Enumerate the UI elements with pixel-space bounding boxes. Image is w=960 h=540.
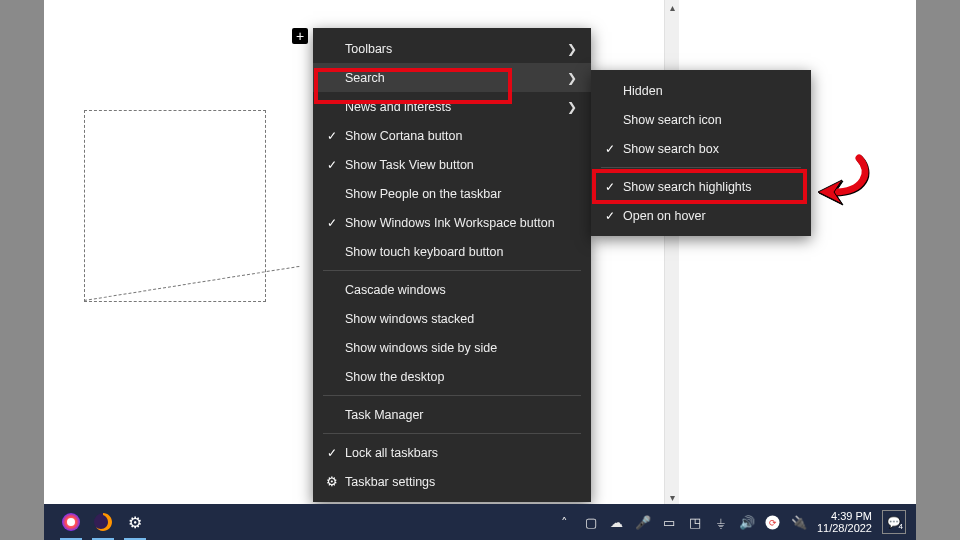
- menu-item-label: News and interests: [341, 100, 567, 114]
- letterbox-left: [0, 0, 44, 540]
- menu-item-label: Show Cortana button: [341, 129, 577, 143]
- check-icon: ✓: [323, 129, 341, 143]
- menu-item-task-manager[interactable]: Task Manager: [313, 400, 591, 429]
- taskbar-app-settings-icon[interactable]: ⚙: [122, 509, 148, 535]
- menu-item-show-the-desktop[interactable]: Show the desktop: [313, 362, 591, 391]
- check-icon: ✓: [323, 446, 341, 460]
- menu-item-news-and-interests[interactable]: News and interests❯: [313, 92, 591, 121]
- taskbar-left: ⚙: [58, 509, 148, 535]
- menu-item-open-on-hover[interactable]: ✓Open on hover: [591, 201, 811, 230]
- check-icon: ✓: [323, 216, 341, 230]
- menu-item-show-touch-keyboard-button[interactable]: Show touch keyboard button: [313, 237, 591, 266]
- menu-item-show-windows-side-by-side[interactable]: Show windows side by side: [313, 333, 591, 362]
- chevron-right-icon: ❯: [567, 71, 577, 85]
- action-center-badge: 4: [899, 522, 903, 531]
- taskbar-app-firefox-icon[interactable]: [90, 509, 116, 535]
- tray-video-icon[interactable]: ▭: [661, 514, 677, 530]
- chevron-right-icon: ❯: [567, 100, 577, 114]
- taskbar[interactable]: ⚙ ˄ ▢ ☁ 🎤 ▭ ◳ ⏚ 🔊 ⟳ 🔌 4:39 PM 11/28/2022: [44, 504, 916, 540]
- check-icon: ✓: [601, 180, 619, 194]
- taskbar-time: 4:39 PM: [831, 510, 872, 522]
- taskbar-date: 11/28/2022: [817, 522, 872, 534]
- action-center-icon[interactable]: 💬4: [882, 510, 906, 534]
- check-icon: ✓: [601, 209, 619, 223]
- gear-icon: ⚙: [323, 474, 341, 489]
- menu-item-lock-all-taskbars[interactable]: ✓Lock all taskbars: [313, 438, 591, 467]
- menu-separator: [323, 433, 581, 434]
- menu-item-label: Show search highlights: [619, 180, 797, 194]
- menu-item-label: Show Task View button: [341, 158, 577, 172]
- scroll-up-button[interactable]: ▴: [665, 0, 679, 14]
- tray-network-icon[interactable]: ⏚: [713, 514, 729, 530]
- menu-item-label: Taskbar settings: [341, 475, 577, 489]
- menu-item-show-search-box[interactable]: ✓Show search box: [591, 134, 811, 163]
- tray-touchpad-icon[interactable]: ▢: [583, 514, 599, 530]
- taskbar-right: ˄ ▢ ☁ 🎤 ▭ ◳ ⏚ 🔊 ⟳ 🔌 4:39 PM 11/28/2022 💬…: [557, 510, 906, 534]
- scroll-down-button[interactable]: ▾: [665, 490, 679, 504]
- menu-item-taskbar-settings[interactable]: ⚙Taskbar settings: [313, 467, 591, 496]
- menu-item-label: Task Manager: [341, 408, 577, 422]
- tray-cloud-icon[interactable]: ☁: [609, 514, 625, 530]
- menu-item-show-task-view-button[interactable]: ✓Show Task View button: [313, 150, 591, 179]
- menu-item-label: Search: [341, 71, 567, 85]
- menu-separator: [323, 270, 581, 271]
- taskbar-app-creative-icon[interactable]: [58, 509, 84, 535]
- menu-item-label: Show the desktop: [341, 370, 577, 384]
- menu-item-label: Show search box: [619, 142, 797, 156]
- menu-item-show-people-on-the-taskbar[interactable]: Show People on the taskbar: [313, 179, 591, 208]
- letterbox-right: [916, 0, 960, 540]
- plus-badge[interactable]: +: [292, 28, 308, 44]
- menu-item-label: Show touch keyboard button: [341, 245, 577, 259]
- tray-chevron-up-icon[interactable]: ˄: [557, 514, 573, 530]
- menu-separator: [323, 395, 581, 396]
- menu-item-toolbars[interactable]: Toolbars❯: [313, 34, 591, 63]
- menu-item-label: Cascade windows: [341, 283, 577, 297]
- menu-item-hidden[interactable]: Hidden: [591, 76, 811, 105]
- menu-item-label: Toolbars: [341, 42, 567, 56]
- menu-item-show-search-highlights[interactable]: ✓Show search highlights: [591, 172, 811, 201]
- taskbar-context-menu: Toolbars❯Search❯News and interests❯✓Show…: [313, 28, 591, 502]
- menu-item-show-windows-ink-workspace-button[interactable]: ✓Show Windows Ink Workspace button: [313, 208, 591, 237]
- tray-updates-icon[interactable]: ⟳: [765, 514, 781, 530]
- tray-mic-icon[interactable]: 🎤: [635, 514, 651, 530]
- menu-item-label: Show windows side by side: [341, 341, 577, 355]
- menu-item-label: Show Windows Ink Workspace button: [341, 216, 577, 230]
- menu-item-show-windows-stacked[interactable]: Show windows stacked: [313, 304, 591, 333]
- tray-meet-icon[interactable]: ◳: [687, 514, 703, 530]
- search-submenu: HiddenShow search icon✓Show search box✓S…: [591, 70, 811, 236]
- tray-volume-icon[interactable]: 🔊: [739, 514, 755, 530]
- annotation-arrow: [804, 150, 874, 224]
- menu-item-label: Show windows stacked: [341, 312, 577, 326]
- svg-point-1: [67, 518, 75, 526]
- tray-power-icon[interactable]: 🔌: [791, 514, 807, 530]
- menu-item-label: Lock all taskbars: [341, 446, 577, 460]
- svg-text:⟳: ⟳: [769, 518, 777, 528]
- menu-separator: [601, 167, 801, 168]
- taskbar-clock[interactable]: 4:39 PM 11/28/2022: [817, 510, 872, 534]
- menu-item-label: Hidden: [619, 84, 797, 98]
- menu-item-search[interactable]: Search❯: [313, 63, 591, 92]
- menu-item-cascade-windows[interactable]: Cascade windows: [313, 275, 591, 304]
- desktop-area: + ▴ ▾ Toolbars❯Search❯News and interests…: [44, 0, 916, 540]
- menu-item-show-cortana-button[interactable]: ✓Show Cortana button: [313, 121, 591, 150]
- menu-item-label: Show search icon: [619, 113, 797, 127]
- menu-item-label: Open on hover: [619, 209, 797, 223]
- menu-item-label: Show People on the taskbar: [341, 187, 577, 201]
- bg-selection-box: [84, 110, 266, 302]
- chevron-right-icon: ❯: [567, 42, 577, 56]
- menu-item-show-search-icon[interactable]: Show search icon: [591, 105, 811, 134]
- check-icon: ✓: [323, 158, 341, 172]
- check-icon: ✓: [601, 142, 619, 156]
